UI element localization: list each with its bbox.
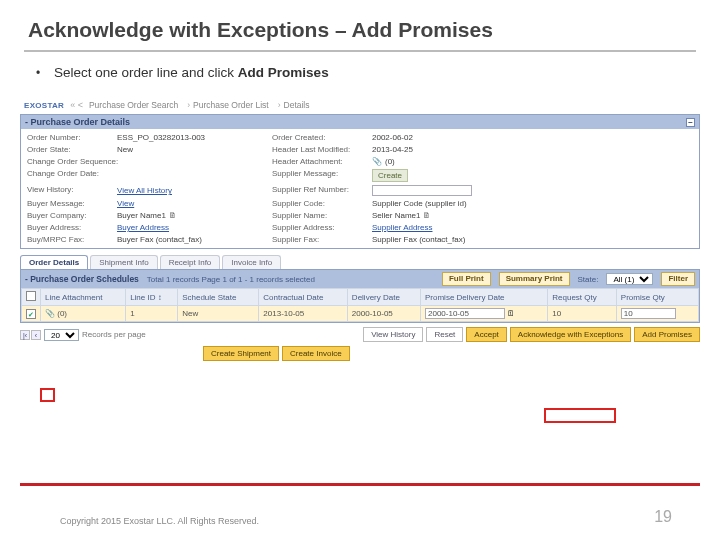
- schedules-info: Total 1 records Page 1 of 1 - 1 records …: [147, 275, 315, 284]
- lbl-supplier-code: Supplier Code:: [272, 198, 372, 209]
- col-contractual-date[interactable]: Contractual Date: [259, 289, 348, 306]
- per-page-select[interactable]: 20: [44, 329, 79, 341]
- col-promise-qty[interactable]: Promise Qty: [616, 289, 698, 306]
- col-schedule-state[interactable]: Schedule State: [178, 289, 259, 306]
- val-supplier-code: Supplier Code (supplier id): [372, 198, 522, 209]
- lbl-order-state: Order State:: [27, 144, 117, 155]
- cell-line-id: 1: [126, 306, 178, 322]
- pager-first-icon[interactable]: |‹: [20, 330, 30, 340]
- ack-exceptions-button[interactable]: Acknowledge with Exceptions: [510, 327, 631, 342]
- lbl-supplier-name: Supplier Name:: [272, 210, 372, 221]
- pager: |‹ ‹: [20, 330, 41, 340]
- crumb-list[interactable]: Purchase Order List: [184, 100, 268, 110]
- lbl-header-attachment: Header Attachment:: [272, 156, 372, 167]
- col-line-attachment[interactable]: Line Attachment: [41, 289, 126, 306]
- buyer-message-view-link[interactable]: View: [117, 199, 134, 208]
- cell-delivery-date: 2000-10-05: [347, 306, 420, 322]
- col-promise-delivery-date[interactable]: Promise Delivery Date: [420, 289, 547, 306]
- bullet-bold: Add Promises: [238, 65, 329, 80]
- supplier-address-link[interactable]: Supplier Address: [372, 223, 432, 232]
- footer-divider: [20, 483, 700, 486]
- create-invoice-button[interactable]: Create Invoice: [282, 346, 350, 361]
- bullet-text: Select one order line and click Add Prom…: [54, 64, 329, 82]
- po-details-panel: - Purchase Order Details − Order Number:…: [20, 114, 700, 249]
- lbl-buyer-company: Buyer Company:: [27, 210, 117, 221]
- cell-line-attachment[interactable]: (0): [41, 306, 126, 322]
- bullet-row: • Select one order line and click Add Pr…: [0, 62, 720, 92]
- val-header-last-modified: 2013-04-25: [372, 144, 522, 155]
- schedules-header: - Purchase Order Schedules Total 1 recor…: [21, 270, 699, 288]
- view-all-history-link[interactable]: View All History: [117, 186, 172, 195]
- col-line-id[interactable]: Line ID ↕: [126, 289, 178, 306]
- buyer-address-link[interactable]: Buyer Address: [117, 223, 169, 232]
- footer: Copyright 2015 Exostar LLC. All Rights R…: [0, 508, 720, 526]
- summary-print-button[interactable]: Summary Print: [499, 272, 570, 286]
- po-details-grid: Order Number: ESS_PO_03282013-003 Order …: [21, 129, 699, 248]
- view-history-button[interactable]: View History: [363, 327, 423, 342]
- copyright-text: Copyright 2015 Exostar LLC. All Rights R…: [60, 516, 259, 526]
- per-page-label: Records per page: [82, 330, 146, 339]
- select-all-checkbox[interactable]: [26, 291, 36, 301]
- state-label: State:: [578, 275, 599, 284]
- create-shipment-button[interactable]: Create Shipment: [203, 346, 279, 361]
- doc-icon[interactable]: [423, 211, 431, 220]
- val-supplier-name: Seller Name1: [372, 210, 522, 221]
- po-details-title: - Purchase Order Details: [25, 117, 130, 127]
- sort-icon: ↕: [158, 293, 162, 302]
- lbl-supplier-message: Supplier Message:: [272, 168, 372, 183]
- nav-back-arrows[interactable]: « <: [70, 100, 83, 110]
- lbl-supplier-address: Supplier Address:: [272, 222, 372, 233]
- calendar-icon[interactable]: 🗓: [507, 309, 515, 318]
- cell-schedule-state: New: [178, 306, 259, 322]
- promise-date-input[interactable]: 2000-10-05: [425, 308, 505, 319]
- crumb-search[interactable]: Purchase Order Search: [89, 100, 178, 110]
- val-supplier-ref: [372, 184, 522, 197]
- action-row-1: |‹ ‹ 20 Records per page View History Re…: [20, 327, 700, 342]
- filter-button[interactable]: Filter: [661, 272, 695, 286]
- bullet-prefix: Select one order line and click: [54, 65, 238, 80]
- tab-receipt-info[interactable]: Receipt Info: [160, 255, 221, 269]
- lbl-buyer-address: Buyer Address:: [27, 222, 117, 233]
- add-promises-button[interactable]: Add Promises: [634, 327, 700, 342]
- lbl-order-created: Order Created:: [272, 132, 372, 143]
- reset-button[interactable]: Reset: [426, 327, 463, 342]
- lbl-buyer-fax: Buy/MRPC Fax:: [27, 234, 117, 245]
- lbl-buyer-message: Buyer Message:: [27, 198, 117, 209]
- supplier-ref-input[interactable]: [372, 185, 472, 196]
- schedules-row[interactable]: (0) 1 New 2013-10-05 2000-10-05 2000-10-…: [22, 306, 699, 322]
- val-header-attachment[interactable]: (0): [372, 156, 522, 167]
- doc-icon[interactable]: [169, 211, 177, 220]
- lbl-supplier-fax: Supplier Fax:: [272, 234, 372, 245]
- val-change-order-seq: [117, 156, 247, 167]
- val-supplier-message: Create: [372, 168, 522, 183]
- app-screenshot: EXOSTAR « < Purchase Order Search Purcha…: [20, 98, 700, 361]
- action-row-2: Create Shipment Create Invoice: [20, 346, 700, 361]
- col-request-qty[interactable]: Request Qty: [548, 289, 617, 306]
- pager-prev-icon[interactable]: ‹: [31, 330, 41, 340]
- full-print-button[interactable]: Full Print: [442, 272, 491, 286]
- page-number: 19: [654, 508, 672, 526]
- lbl-change-order-seq: Change Order Sequence:: [27, 156, 117, 167]
- header-attachment-count: (0): [385, 157, 395, 166]
- schedules-panel: - Purchase Order Schedules Total 1 recor…: [20, 269, 700, 323]
- panel-collapse-icon[interactable]: −: [686, 118, 695, 127]
- slide-title: Acknowledge with Exceptions – Add Promis…: [0, 0, 720, 48]
- tab-shipment-info[interactable]: Shipment Info: [90, 255, 157, 269]
- detail-tabs: Order Details Shipment Info Receipt Info…: [20, 255, 700, 269]
- tab-order-details[interactable]: Order Details: [20, 255, 88, 269]
- brand-logo: EXOSTAR: [24, 101, 64, 110]
- row-checkbox[interactable]: [26, 309, 36, 319]
- create-message-button[interactable]: Create: [372, 169, 408, 182]
- state-select[interactable]: All (1): [606, 273, 653, 285]
- paperclip-icon: [45, 309, 55, 318]
- cell-request-qty: 10: [548, 306, 617, 322]
- lbl-view-history: View History:: [27, 184, 117, 197]
- promise-qty-input[interactable]: 10: [621, 308, 676, 319]
- bullet-marker: •: [36, 64, 54, 82]
- cell-promise-qty: 10: [616, 306, 698, 322]
- lbl-order-number: Order Number:: [27, 132, 117, 143]
- col-delivery-date[interactable]: Delivery Date: [347, 289, 420, 306]
- paperclip-icon: [372, 157, 382, 166]
- tab-invoice-info[interactable]: Invoice Info: [222, 255, 281, 269]
- accept-button[interactable]: Accept: [466, 327, 506, 342]
